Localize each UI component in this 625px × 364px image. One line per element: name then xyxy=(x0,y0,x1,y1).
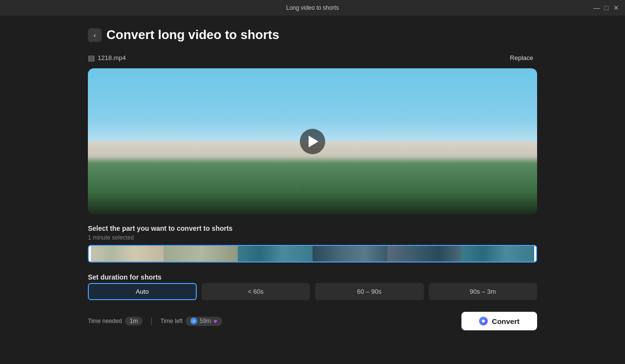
bottom-info: Time needed 1m | Time left ⊙ 59m ♥ xyxy=(88,317,222,326)
file-name-label: 1218.mp4 xyxy=(98,54,126,61)
time-left-label: Time left xyxy=(160,318,183,324)
title-bar-controls: — □ ✕ xyxy=(594,5,619,11)
timeline-container[interactable] xyxy=(88,245,537,263)
convert-label: Convert xyxy=(492,317,520,325)
duration-btn-60s[interactable]: < 60s xyxy=(202,283,311,300)
duration-buttons: Auto < 60s 60 – 90s 90s – 3m xyxy=(88,283,537,300)
video-player xyxy=(88,68,537,215)
file-row: ▤ 1218.mp4 Replace xyxy=(88,52,537,63)
minimize-button[interactable]: — xyxy=(594,5,600,11)
duration-btn-90s-3m[interactable]: 90s – 3m xyxy=(429,283,538,300)
time-left-item: Time left ⊙ 59m ♥ xyxy=(160,317,222,326)
timeline-segment-4 xyxy=(312,246,387,262)
main-content: ‹ Convert long video to shorts ▤ 1218.mp… xyxy=(68,16,557,340)
bottom-bar: Time needed 1m | Time left ⊙ 59m ♥ Conve… xyxy=(88,312,537,330)
heart-icon: ♥ xyxy=(213,318,217,325)
trim-section: Select the part you want to convert to s… xyxy=(88,224,537,263)
video-file-icon: ▤ xyxy=(88,54,95,62)
time-left-value: 59m xyxy=(200,318,211,324)
duration-section: Set duration for shorts Auto < 60s 60 – … xyxy=(88,273,537,300)
close-button[interactable]: ✕ xyxy=(613,5,619,11)
convert-button[interactable]: Convert xyxy=(461,312,537,330)
file-name-row: ▤ 1218.mp4 xyxy=(88,54,126,62)
duration-btn-auto[interactable]: Auto xyxy=(88,283,197,300)
duration-section-label: Set duration for shorts xyxy=(88,273,537,281)
timeline-segment-5 xyxy=(387,246,462,262)
play-icon xyxy=(309,136,318,147)
maximize-button[interactable]: □ xyxy=(604,5,609,11)
timeline-segment-3 xyxy=(238,246,312,262)
trim-section-label: Select the part you want to convert to s… xyxy=(88,224,537,232)
separator: | xyxy=(150,317,152,325)
clock-icon: ⊙ xyxy=(190,318,197,324)
replace-button[interactable]: Replace xyxy=(506,52,537,63)
chevron-left-icon: ‹ xyxy=(94,31,96,39)
time-left-badge: ⊙ 59m ♥ xyxy=(186,317,222,326)
timeline-segment-1 xyxy=(89,246,164,262)
video-overlay xyxy=(88,68,537,215)
trim-section-sublabel: 1 minute selected xyxy=(88,234,537,241)
back-button[interactable]: ‹ xyxy=(88,28,102,42)
time-needed-label: Time needed xyxy=(88,318,122,324)
header-row: ‹ Convert long video to shorts xyxy=(88,27,537,42)
timeline-segment-2 xyxy=(164,246,238,262)
time-needed-badge: 1m xyxy=(125,317,143,325)
play-button[interactable] xyxy=(300,129,325,154)
timeline-segment-6 xyxy=(461,246,536,262)
timeline-handle-right[interactable] xyxy=(534,246,536,262)
page-title: Convert long video to shorts xyxy=(106,27,279,42)
timeline-handle-left[interactable] xyxy=(89,246,91,262)
time-needed-item: Time needed 1m xyxy=(88,317,143,325)
title-bar-title: Long video to shorts xyxy=(286,4,339,11)
timeline-track xyxy=(89,246,536,262)
convert-icon xyxy=(479,317,488,325)
duration-btn-60-90s[interactable]: 60 – 90s xyxy=(315,283,424,300)
title-bar: Long video to shorts — □ ✕ xyxy=(0,0,625,16)
